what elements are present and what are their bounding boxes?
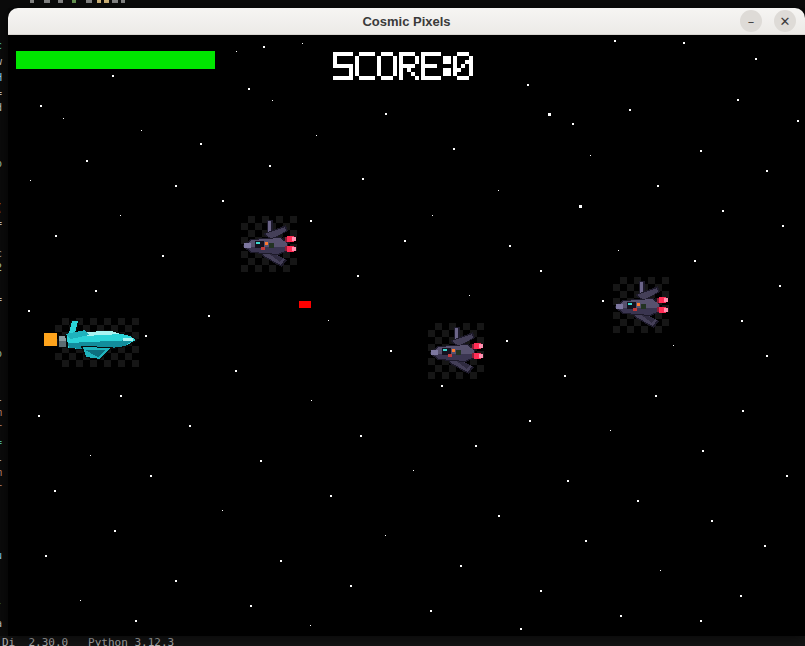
star [328,320,329,321]
code-fragment: u [0,550,2,561]
star [38,415,40,417]
star [610,430,611,431]
star [141,130,142,131]
star [200,143,202,145]
star [385,535,386,536]
star [564,375,566,377]
game-window: Cosmic Pixels – ✕ [8,8,805,636]
star [540,590,542,592]
star [585,540,587,542]
titlebar[interactable]: Cosmic Pixels – ✕ [8,8,805,35]
star [30,180,31,181]
star [506,340,508,342]
star [579,205,582,208]
star [189,425,191,427]
star [548,113,551,116]
minimize-button[interactable]: – [740,10,762,32]
star [694,260,696,262]
editor-statusbar-sliver: Di 2.30.0 Python 3.12.3 [0,636,805,646]
code-fragment: o [0,348,2,359]
star [330,495,332,497]
code-fragment: - [0,597,2,608]
star [260,460,262,462]
code-fragment: l [0,392,2,403]
star [572,123,574,125]
star [175,580,177,582]
code-fragment: ( [0,202,2,213]
star [316,135,317,136]
star [310,625,311,626]
code-fragment: r [0,482,2,493]
star [280,560,282,562]
code-fragment: 2 [0,262,2,273]
star [236,51,237,52]
code-fragment: = [0,294,2,305]
star [80,600,81,601]
enemy-ship-sprite [613,277,669,333]
code-fragment: c [0,40,2,51]
star [509,245,511,247]
star [637,500,639,502]
star [711,520,713,522]
star [742,410,744,412]
red-bullet [299,301,311,308]
star [360,435,362,437]
star [700,620,702,622]
star [40,105,42,107]
star [655,395,657,397]
star [45,555,47,557]
enemy-ship-sprite [241,216,297,272]
star [498,190,499,191]
star [120,395,122,397]
star [357,275,359,277]
star [311,400,312,401]
close-button[interactable]: ✕ [774,10,796,32]
star [453,148,455,150]
star [390,350,392,352]
score-pixel-text [333,52,473,80]
star [404,240,406,242]
star [269,165,271,167]
star [263,46,265,48]
star [145,335,147,337]
star [741,320,743,322]
star [529,420,531,422]
star [90,455,91,456]
star [362,178,364,180]
star [86,160,88,162]
star [629,109,631,111]
star [413,470,414,471]
star [272,100,273,101]
code-fragment [121,0,125,3]
star [112,75,114,77]
star [441,385,443,387]
star [657,185,659,187]
star [779,285,781,287]
star [235,370,237,372]
star [248,88,250,90]
star [797,120,799,122]
star [520,628,522,630]
star [222,200,224,202]
star [766,355,768,357]
star [737,99,739,101]
star [590,155,591,156]
code-fragment: = [0,218,2,229]
code-fragment [72,0,76,3]
star [527,84,529,86]
star [54,490,56,492]
star [430,610,432,612]
star [722,210,724,212]
star [782,225,784,227]
star [250,605,252,607]
star [660,570,661,571]
star [208,315,210,317]
window-title: Cosmic Pixels [362,14,450,29]
star [469,295,470,296]
star [602,300,604,302]
code-fragment: = [0,88,2,99]
desktop-top-sliver [0,0,805,8]
star [702,450,704,452]
star [120,215,121,216]
game-canvas[interactable] [8,35,805,636]
